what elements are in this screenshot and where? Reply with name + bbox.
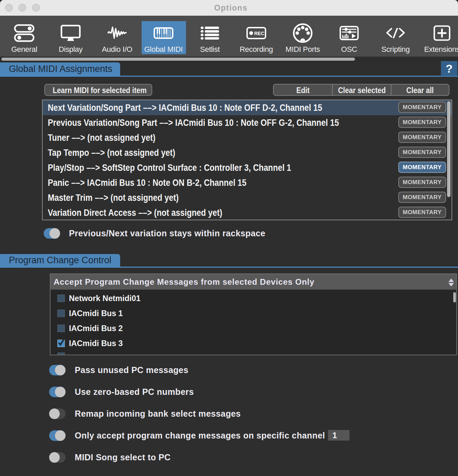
svg-text:REC: REC (254, 31, 264, 36)
